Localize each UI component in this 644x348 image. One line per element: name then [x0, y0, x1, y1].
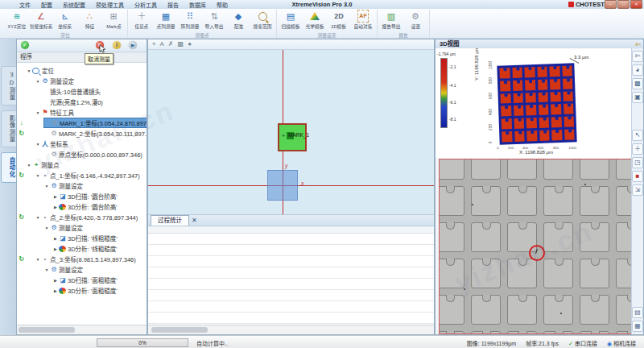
tree-item[interactable]: ▶3D分析: '圆台阶高' — [17, 201, 147, 212]
maximize-button[interactable]: □ — [617, 0, 630, 9]
annotate-icon[interactable]: A — [160, 40, 164, 48]
tree-item[interactable]: ▼定位 — [17, 65, 147, 76]
report-export-button[interactable]: ▥报告导出 — [379, 10, 403, 31]
menu-item[interactable]: 报告 — [167, 1, 179, 9]
settings-button[interactable]: ⚙设置 — [403, 10, 427, 31]
expand-arrow-icon[interactable]: ▼ — [35, 110, 41, 115]
pause-button[interactable]: ‖ — [113, 41, 121, 49]
side-tab[interactable]: 自动化 — [1, 152, 17, 183]
camera-live-view[interactable] — [439, 159, 632, 334]
y-tick-label: 200 — [489, 124, 493, 130]
tree-item[interactable]: ▶◪3D扫描: '面粗糙度' — [17, 275, 147, 285]
tree-item[interactable]: 镜头:10倍普通镜头 — [17, 86, 147, 97]
tree-item[interactable]: ▶◪3D扫描: '线粗糙度' — [17, 233, 147, 243]
tree-item[interactable]: ▼⚙测量设定 — [17, 180, 147, 191]
process-panel-scrollbar[interactable] — [148, 325, 434, 334]
expand-arrow-icon[interactable]: ▶ — [52, 288, 59, 293]
menu-item[interactable]: 配置 — [41, 1, 52, 9]
expand-arrow-icon[interactable]: ▼ — [35, 79, 41, 84]
region-icon[interactable]: ▩ — [178, 40, 184, 48]
expand-arrow-icon[interactable]: ▼ — [35, 142, 41, 147]
minimize-button[interactable]: – — [605, 0, 617, 9]
expand-arrow-icon[interactable]: ▶ — [52, 246, 59, 251]
measure-region[interactable] — [267, 170, 298, 201]
side-tab[interactable]: 影像测量 — [1, 110, 17, 147]
grid-measure-button[interactable]: ▦点列测量 — [154, 10, 178, 31]
menu-item[interactable]: 帮助 — [217, 1, 228, 9]
coords-button[interactable]: ⊾坐标系 — [53, 10, 77, 31]
menu-item[interactable]: 数据库 — [189, 1, 206, 9]
menu-item[interactable]: 分析工具 — [134, 1, 157, 9]
run-button[interactable]: ✓ — [21, 41, 29, 49]
side-tab[interactable]: 3D测量 — [1, 66, 17, 106]
delete-icon[interactable]: ✗ — [168, 40, 174, 48]
stage-viewport[interactable]: + MARK_1 x y — [148, 50, 434, 214]
close-button[interactable]: × — [630, 0, 642, 9]
tree-item[interactable]: ▶◪3D扫描: '圆台阶高' — [17, 191, 147, 201]
tree-item[interactable]: ⚙原点坐标(0.000,0.000,897.346) — [17, 149, 147, 160]
crop-icon[interactable]: ◳ — [632, 157, 643, 168]
array-measure-button[interactable]: ⠿阵列测量 — [178, 10, 202, 31]
tree-item[interactable]: ▶3D分析: '线粗糙度' — [17, 243, 147, 254]
tree-item[interactable]: ▼⚑特征工具 — [17, 107, 147, 118]
menu-item[interactable]: 预处理工具 — [96, 1, 124, 9]
expand-arrow-icon[interactable]: ▼ — [43, 226, 50, 230]
search-range-button[interactable]: 搜索范围 — [250, 10, 275, 31]
expand-arrow-icon[interactable]: ▼ — [26, 68, 32, 73]
fit-view-icon[interactable]: ⌖ — [152, 40, 156, 48]
expand-arrow-icon[interactable]: ▶ — [52, 278, 59, 283]
close-icon[interactable]: ✕ — [192, 216, 197, 226]
crosshair-icon[interactable]: ＋ — [632, 143, 643, 155]
expand-arrow-icon[interactable]: ▶ — [52, 236, 59, 241]
mark-region[interactable]: + MARK_1 — [278, 123, 307, 151]
autofocus-button[interactable]: AF自动对焦 — [351, 10, 375, 31]
mark-point-button[interactable]: ⊞Mark点 — [101, 10, 126, 31]
resize-icon[interactable]: ⇲ — [632, 184, 643, 196]
tree-item[interactable]: ▼人坐标系 — [17, 139, 147, 149]
tree-item[interactable]: ↓⚙MARK_1:坐标(3.054,24.870,897.312) — [17, 118, 147, 128]
expand-arrow-icon[interactable]: ▼ — [35, 215, 41, 220]
tree-item[interactable]: ▶3D分析: '面粗糙度' — [17, 285, 147, 296]
tab-process-statistics[interactable]: 过程统计 — [151, 215, 189, 226]
2d-template-button[interactable]: 2D2D模板 — [327, 10, 351, 31]
gallery-icon[interactable]: ▦ — [632, 321, 643, 332]
pointer-icon[interactable]: ↖ — [632, 130, 643, 141]
view3d-canvas[interactable]: -1.794 µm -2.1-4.1-6.1-8.1 1000800600400… — [436, 48, 632, 158]
tree-item[interactable]: 光源(亮度1.2%,漫0) — [17, 97, 147, 107]
xyz-position-button[interactable]: ≋XYZ定位 — [5, 10, 29, 31]
qrcode-icon[interactable]: ▩ — [632, 78, 643, 89]
tree-item[interactable]: ▼⚙测量设定 — [17, 76, 147, 86]
any-point-button[interactable]: ＋任意点 — [130, 10, 154, 31]
program-panel-scrollbar[interactable] — [17, 325, 147, 334]
snip-icon[interactable]: ✄ — [632, 51, 643, 62]
tree-item[interactable]: ↻▼•点_3:坐标(8.981,5.149,897.346) — [17, 254, 147, 264]
tree-item[interactable]: ↻⚙MARK_2:坐标(3.054,30.111,897.339) — [17, 128, 147, 139]
expand-arrow-icon[interactable]: ▼ — [43, 267, 50, 272]
program-panel: ▶‖✕✓ 取消测量 程序 ▼定位▼⚙测量设定镜头:10倍普通镜头光源(亮度1.2… — [16, 39, 147, 335]
tree-item[interactable]: ▼⚙测量设定 — [17, 264, 147, 275]
expand-arrow-icon[interactable]: ▶ — [52, 205, 59, 209]
feature-button[interactable]: ∴特征 — [77, 10, 101, 31]
tree-item[interactable]: ↻▼•点_2:坐标(6.420,-5.778,897.344) — [17, 212, 147, 222]
circle-icon[interactable]: ● — [188, 40, 192, 48]
skip-button[interactable]: ▶ — [129, 41, 137, 49]
align-button[interactable]: ◆配准 — [226, 10, 250, 31]
tree-item[interactable]: ↻▼•点_1:坐标(-6.146,-4.942,897.347) — [17, 170, 147, 180]
menu-item[interactable]: 系统配置 — [63, 1, 85, 9]
expand-arrow-icon[interactable]: ▼ — [26, 163, 32, 168]
tree-item[interactable]: ▼+测量点 — [17, 160, 147, 170]
import-export-button[interactable]: ⇅导入导出 — [202, 10, 226, 31]
layer-icon[interactable]: ▣ — [632, 92, 643, 103]
scan-template-button[interactable]: ▤扫描模板 — [279, 10, 303, 31]
record-icon[interactable]: ■ — [632, 171, 643, 182]
expand-arrow-icon[interactable]: ▼ — [35, 173, 41, 178]
optical-template-button[interactable]: 光学模板 — [303, 10, 327, 31]
image-icon[interactable]: ▤ — [632, 307, 643, 318]
tree-item[interactable]: ▼⚙测量设定 — [17, 222, 147, 233]
expand-arrow-icon[interactable]: ▼ — [43, 184, 50, 188]
expand-arrow-icon[interactable]: ▶ — [52, 194, 59, 199]
menu-item[interactable]: 文件 — [19, 1, 31, 9]
expand-arrow-icon[interactable]: ▼ — [35, 257, 41, 262]
palette-icon[interactable]: ◕ — [632, 64, 643, 76]
smart-coords-button[interactable]: ∠智能坐标系 — [29, 10, 53, 31]
